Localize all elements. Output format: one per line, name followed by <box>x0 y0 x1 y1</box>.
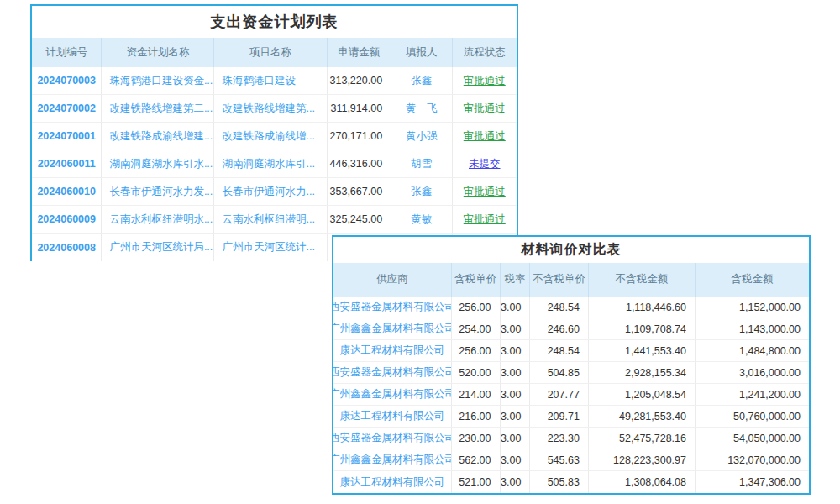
status-link[interactable]: 审批通过 <box>453 67 517 95</box>
table-row: 康达工程材料有限公司521.003.00505.831,308,064.081,… <box>333 471 809 493</box>
supplier-link[interactable]: 西安盛器金属材料有限公司 <box>333 297 452 318</box>
fund-plan-name-link[interactable]: 长春市伊通河水力发... <box>102 178 214 206</box>
plan-id-link[interactable]: 2024060011 <box>32 150 102 178</box>
project-name-link[interactable]: 改建铁路线增建第... <box>214 95 327 123</box>
status-link[interactable]: 未提交 <box>453 150 517 178</box>
tax-rate-cell: 3.00 <box>501 406 531 428</box>
reporter-cell: 张鑫 <box>391 67 452 95</box>
plan-id-link[interactable]: 2024060009 <box>32 206 102 234</box>
supplier-link[interactable]: 西安盛器金属材料有限公司 <box>333 428 452 449</box>
expenditure-plan-table-header: 计划编号资金计划名称项目名称申请金额填报人流程状态 <box>32 38 517 67</box>
column-header: 不含税金额 <box>589 263 696 297</box>
project-name-link[interactable]: 云南水利枢纽潜明... <box>214 206 327 234</box>
reporter-cell: 黄一飞 <box>391 95 452 123</box>
tax-excl-price-cell: 505.83 <box>530 471 589 493</box>
fund-plan-name-link[interactable]: 云南水利枢纽潜明水... <box>102 206 214 234</box>
table-row: 西安盛器金属材料有限公司230.003.00223.3052,475,728.1… <box>333 428 809 449</box>
tax-excl-price-cell: 209.71 <box>530 406 589 428</box>
tax-excl-amount-cell: 1,109,708.74 <box>589 318 696 340</box>
supplier-link[interactable]: 广州鑫鑫金属材料有限公司 <box>333 384 452 406</box>
plan-id-link[interactable]: 2024070001 <box>32 123 102 150</box>
tax-incl-price-cell: 562.00 <box>452 449 501 471</box>
column-header: 含税金额 <box>696 263 809 297</box>
tax-incl-amount-cell: 1,143,000.00 <box>696 318 809 340</box>
material-inquiry-table: 材料询价对比表 供应商含税单价税率不含税单价不含税金额含税金额 西安盛器金属材料… <box>332 235 811 495</box>
reporter-cell: 张鑫 <box>391 178 452 206</box>
tax-incl-amount-cell: 54,050,000.00 <box>696 428 809 449</box>
amount-cell: 325,245.00 <box>328 206 392 234</box>
column-header: 资金计划名称 <box>102 38 214 67</box>
tax-incl-price-cell: 521.00 <box>452 471 501 493</box>
tax-excl-price-cell: 545.63 <box>530 449 589 471</box>
tax-excl-amount-cell: 2,928,155.34 <box>589 362 696 384</box>
supplier-link[interactable]: 广州鑫鑫金属材料有限公司 <box>333 449 452 471</box>
project-name-link[interactable]: 改建铁路成渝线增... <box>214 123 327 150</box>
tax-incl-price-cell: 230.00 <box>452 428 501 449</box>
reporter-cell: 胡雪 <box>391 150 452 178</box>
column-header: 含税单价 <box>452 263 501 297</box>
tax-incl-price-cell: 254.00 <box>452 318 501 340</box>
project-name-link[interactable]: 湖南洞庭湖水库引... <box>214 150 327 178</box>
fund-plan-name-link[interactable]: 湖南洞庭湖水库引水... <box>102 150 214 178</box>
table-row: 西安盛器金属材料有限公司256.003.00248.541,118,446.60… <box>333 297 809 318</box>
tax-excl-price-cell: 248.54 <box>530 340 589 362</box>
project-name-link[interactable]: 长春市伊通河水力... <box>214 178 327 206</box>
supplier-link[interactable]: 康达工程材料有限公司 <box>333 471 452 493</box>
column-header: 计划编号 <box>32 38 102 67</box>
tax-incl-amount-cell: 1,484,800.00 <box>696 340 809 362</box>
plan-id-link[interactable]: 2024070002 <box>32 95 102 123</box>
tax-incl-amount-cell: 50,760,000.00 <box>696 406 809 428</box>
status-link[interactable]: 审批通过 <box>453 206 517 234</box>
table-row: 2024070001改建铁路成渝线增建...改建铁路成渝线增...270,171… <box>32 123 517 150</box>
table-row: 广州鑫鑫金属材料有限公司254.003.00246.601,109,708.74… <box>333 318 809 340</box>
tax-excl-price-cell: 223.30 <box>530 428 589 449</box>
tax-excl-amount-cell: 1,205,048.54 <box>589 384 696 406</box>
material-inquiry-table-title: 材料询价对比表 <box>333 237 809 263</box>
status-link[interactable]: 审批通过 <box>453 178 517 206</box>
column-header: 流程状态 <box>453 38 517 67</box>
tax-rate-cell: 3.00 <box>501 340 531 362</box>
amount-cell: 353,667.00 <box>328 178 392 206</box>
tax-incl-price-cell: 256.00 <box>452 297 501 318</box>
column-header: 填报人 <box>391 38 453 67</box>
supplier-link[interactable]: 康达工程材料有限公司 <box>333 340 452 362</box>
fund-plan-name-link[interactable]: 珠海鹤港口建设资金... <box>102 67 214 95</box>
fund-plan-name-link[interactable]: 广州市天河区统计局... <box>102 234 214 261</box>
supplier-link[interactable]: 西安盛器金属材料有限公司 <box>333 362 452 384</box>
tax-incl-price-cell: 216.00 <box>452 406 501 428</box>
tax-excl-amount-cell: 1,308,064.08 <box>589 471 696 493</box>
tax-rate-cell: 3.00 <box>501 318 531 340</box>
status-link[interactable]: 审批通过 <box>453 95 517 123</box>
table-row: 康达工程材料有限公司256.003.00248.541,441,553.401,… <box>333 340 809 362</box>
plan-id-link[interactable]: 2024060008 <box>32 234 102 261</box>
supplier-link[interactable]: 康达工程材料有限公司 <box>333 406 452 428</box>
plan-id-link[interactable]: 2024060010 <box>32 178 102 206</box>
tax-rate-cell: 3.00 <box>501 471 531 493</box>
table-row: 广州鑫鑫金属材料有限公司214.003.00207.771,205,048.54… <box>333 384 809 406</box>
tax-incl-amount-cell: 1,347,306.00 <box>696 471 809 493</box>
amount-cell: 270,171.00 <box>328 123 392 150</box>
tax-rate-cell: 3.00 <box>501 297 531 318</box>
tax-excl-amount-cell: 128,223,300.97 <box>589 449 696 471</box>
status-link[interactable]: 审批通过 <box>453 123 517 150</box>
amount-cell: 313,220.00 <box>328 67 392 95</box>
tax-incl-amount-cell: 1,241,200.00 <box>696 384 809 406</box>
plan-id-link[interactable]: 2024070003 <box>32 67 102 95</box>
material-inquiry-table-body: 西安盛器金属材料有限公司256.003.00248.541,118,446.60… <box>333 297 809 493</box>
project-name-link[interactable]: 广州市天河区统计... <box>214 234 327 261</box>
fund-plan-name-link[interactable]: 改建铁路线增建第二... <box>102 95 214 123</box>
fund-plan-name-link[interactable]: 改建铁路成渝线增建... <box>102 123 214 150</box>
tax-excl-amount-cell: 52,475,728.16 <box>589 428 696 449</box>
reporter-cell: 黄敏 <box>391 206 452 234</box>
tax-excl-price-cell: 207.77 <box>530 384 589 406</box>
tax-rate-cell: 3.00 <box>501 384 531 406</box>
column-header: 供应商 <box>333 263 452 297</box>
supplier-link[interactable]: 广州鑫鑫金属材料有限公司 <box>333 318 452 340</box>
column-header: 申请金额 <box>328 38 391 67</box>
tax-incl-price-cell: 520.00 <box>452 362 501 384</box>
material-inquiry-table-header: 供应商含税单价税率不含税单价不含税金额含税金额 <box>333 263 809 297</box>
tax-excl-amount-cell: 1,441,553.40 <box>589 340 696 362</box>
project-name-link[interactable]: 珠海鹤港口建设 <box>214 67 327 95</box>
table-row: 2024070003珠海鹤港口建设资金...珠海鹤港口建设313,220.00张… <box>32 67 517 95</box>
table-row: 2024060010长春市伊通河水力发...长春市伊通河水力...353,667… <box>32 178 517 206</box>
